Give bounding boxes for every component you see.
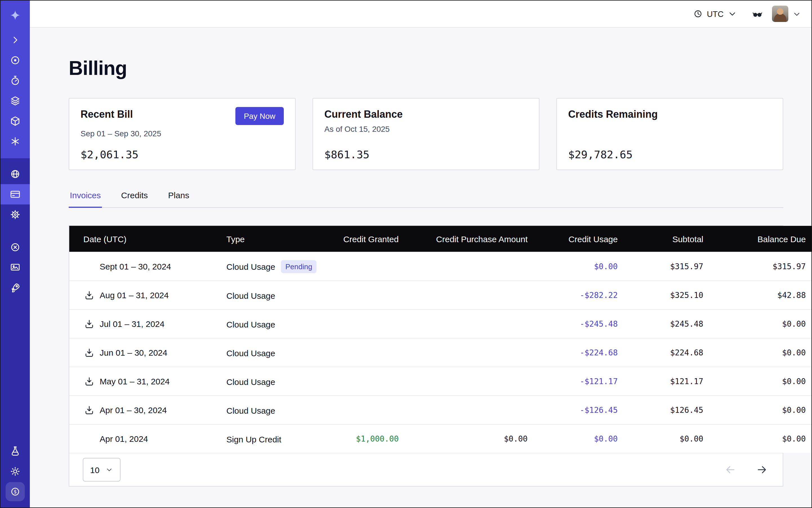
cube-icon[interactable]	[1, 111, 30, 131]
rocket-icon[interactable]	[1, 278, 30, 298]
col-date: Date (UTC)	[69, 226, 226, 252]
glasses-icon[interactable]	[752, 8, 763, 19]
subtotal-value: $325.10	[618, 281, 704, 309]
card-subtitle: Sep 01 – Sep 30, 2025	[81, 129, 284, 138]
main-area: UTC Billing Recent Bill Pay Now Se	[30, 1, 811, 507]
col-balance-due: Balance Due	[704, 226, 811, 252]
invoice-date: Aug 01 – 31, 2024	[100, 290, 169, 300]
invoice-row: Sept 01 – 30, 2024Cloud UsagePending$0.0…	[69, 252, 811, 281]
invoice-type: Cloud Usage	[226, 320, 275, 329]
download-invoice-icon[interactable]	[83, 405, 95, 416]
timezone-selector[interactable]: UTC	[693, 9, 737, 18]
sidebar-spacer	[1, 298, 30, 441]
billing-tabs: Invoices Credits Plans	[69, 190, 783, 208]
tab-plans[interactable]: Plans	[167, 190, 190, 207]
sidebar-group-tools	[1, 237, 30, 298]
dollar-coin-button: $	[6, 482, 25, 501]
credit-granted-value: $1,000.00	[311, 424, 399, 453]
globe-icon[interactable]	[1, 164, 30, 184]
asterisk-icon[interactable]	[1, 131, 30, 152]
recent-bill-amount: $2,061.35	[81, 148, 284, 161]
settings-gear-icon[interactable]	[1, 204, 30, 225]
invoice-date: May 01 – 31, 2024	[100, 377, 170, 386]
credit-purchase-value	[399, 252, 528, 281]
timer-icon[interactable]	[1, 71, 30, 91]
app-logo-icon[interactable]	[1, 1, 30, 30]
layers-icon[interactable]	[1, 91, 30, 111]
page-content: Billing Recent Bill Pay Now Sep 01 – Sep…	[30, 28, 811, 507]
balance-due-value: $0.00	[704, 424, 811, 453]
balance-due-value: $0.00	[704, 338, 811, 367]
x-circle-icon[interactable]	[1, 237, 30, 257]
next-page-button[interactable]	[755, 462, 769, 477]
sidebar-top-section	[1, 1, 30, 158]
subtotal-value: $126.45	[618, 396, 704, 424]
pagination	[723, 462, 769, 477]
invoice-row: Jul 01 – 31, 2024Cloud Usage-$245.48$245…	[69, 309, 811, 338]
col-type: Type	[226, 226, 311, 252]
invoice-date: Sept 01 – 30, 2024	[100, 262, 171, 271]
balance-due-value: $0.00	[704, 367, 811, 396]
tab-invoices[interactable]: Invoices	[69, 190, 102, 208]
user-avatar[interactable]	[772, 6, 788, 22]
download-invoice-icon[interactable]	[83, 290, 95, 301]
credit-usage-value: -$121.17	[528, 367, 618, 396]
card-title: Recent Bill	[81, 109, 133, 121]
credit-purchase-value	[399, 367, 528, 396]
invoice-type: Cloud Usage	[226, 262, 275, 271]
previous-page-button[interactable]	[723, 462, 738, 477]
flask-icon[interactable]	[1, 441, 30, 461]
credit-purchase-value	[399, 338, 528, 367]
credit-granted-value	[311, 396, 399, 424]
credit-granted-value	[311, 281, 399, 309]
card-title: Credits Remaining	[568, 109, 658, 121]
card-title: Current Balance	[324, 109, 402, 121]
current-balance-amount: $861.35	[324, 148, 528, 161]
invoice-table-body: Sept 01 – 30, 2024Cloud UsagePending$0.0…	[69, 252, 811, 453]
balance-due-value: $42.88	[704, 281, 811, 309]
user-menu-chevron-icon[interactable]	[792, 9, 801, 18]
monitor-image-icon[interactable]	[1, 257, 30, 278]
topbar: UTC	[30, 1, 811, 28]
invoice-date: Jul 01 – 31, 2024	[100, 319, 164, 329]
app-window: $ UTC Billing	[0, 0, 812, 508]
credit-usage-value: -$282.22	[528, 281, 618, 309]
credit-usage-value: -$245.48	[528, 309, 618, 338]
subtotal-value: $315.97	[618, 252, 704, 281]
download-invoice-icon[interactable]	[83, 318, 95, 330]
current-balance-card: Current Balance As of Oct 15, 2025 $861.…	[312, 98, 540, 170]
invoice-row: Jun 01 – 30, 2024Cloud Usage-$224.68$224…	[69, 338, 811, 367]
credit-purchase-value	[399, 396, 528, 424]
invoice-type: Cloud Usage	[226, 291, 275, 300]
billing-credit-card-icon[interactable]	[1, 184, 30, 204]
credit-granted-value	[311, 367, 399, 396]
subtotal-value: $0.00	[618, 424, 704, 453]
credit-usage-value: $0.00	[528, 252, 618, 281]
invoices-table: Date (UTC) Type Credit Granted Credit Pu…	[69, 225, 783, 486]
card-subtitle: As of Oct 15, 2025	[324, 124, 528, 133]
page-size-select[interactable]: 10	[83, 458, 120, 481]
page-size-value: 10	[90, 465, 99, 474]
chevron-down-icon	[105, 466, 113, 474]
subtotal-value: $224.68	[618, 338, 704, 367]
download-invoice-icon[interactable]	[83, 347, 95, 358]
pay-now-button[interactable]: Pay Now	[236, 107, 284, 125]
invoice-row: May 01 – 31, 2024Cloud Usage-$121.17$121…	[69, 367, 811, 396]
table-header: Date (UTC) Type Credit Granted Credit Pu…	[69, 226, 811, 252]
invoice-type: Cloud Usage	[226, 406, 275, 415]
download-invoice-icon[interactable]	[83, 376, 95, 387]
sun-icon[interactable]	[1, 461, 30, 481]
tab-credits[interactable]: Credits	[120, 190, 149, 207]
status-badge: Pending	[281, 260, 316, 273]
timezone-label: UTC	[707, 9, 724, 18]
expand-sidebar-chevron-icon[interactable]	[1, 30, 30, 50]
col-credit-granted: Credit Granted	[311, 226, 399, 252]
clock-icon	[693, 9, 703, 18]
radar-icon[interactable]	[1, 50, 30, 71]
summary-cards: Recent Bill Pay Now Sep 01 – Sep 30, 202…	[69, 98, 783, 170]
invoice-date: Jun 01 – 30, 2024	[100, 348, 167, 357]
credit-purchase-value	[399, 281, 528, 309]
dollar-coin-icon[interactable]: $	[1, 481, 30, 502]
subtotal-value: $121.17	[618, 367, 704, 396]
invoice-type: Cloud Usage	[226, 348, 275, 358]
